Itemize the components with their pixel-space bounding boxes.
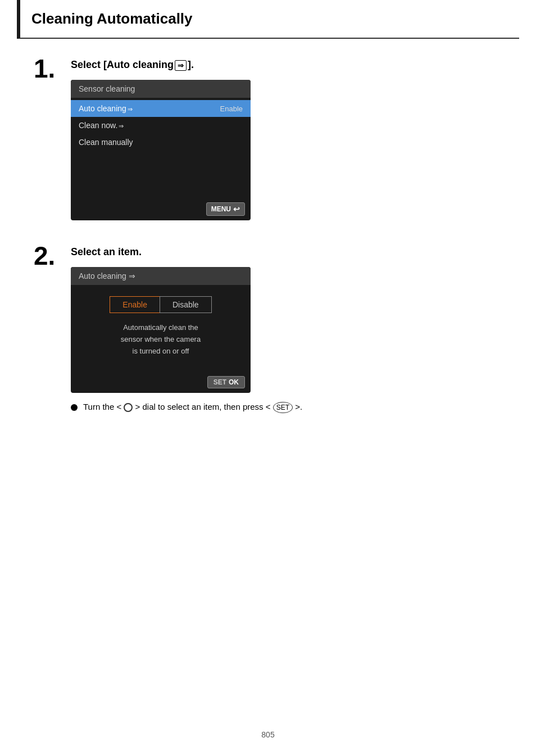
step-2: 2. Select an item. Auto cleaning ⇒ Enabl…: [34, 243, 502, 413]
screen-1-footer: MENU ↩: [71, 198, 251, 220]
menu-item-auto-cleaning-label: Auto cleaning⇒: [79, 104, 133, 113]
step-1-title-suffix: ].: [188, 59, 194, 70]
screen-2-body: Enable Disable Automatically clean the s…: [71, 285, 251, 372]
screen-2-header: Auto cleaning ⇒: [71, 267, 251, 285]
bullet-note: Turn the < > dial to select an item, the…: [71, 402, 502, 413]
menu-back-icon: ↩: [233, 205, 240, 214]
bullet-icon: [71, 404, 78, 411]
ok-label: OK: [229, 378, 239, 386]
menu-button[interactable]: MENU ↩: [206, 202, 245, 216]
menu-btn-label: MENU: [211, 205, 231, 213]
step-2-screen: Auto cleaning ⇒ Enable Disable Automatic…: [71, 267, 251, 393]
screen-2-description: Automatically clean the sensor when the …: [121, 322, 201, 357]
option-buttons: Enable Disable: [110, 296, 211, 313]
page-header: Cleaning Automatically: [17, 0, 519, 39]
menu-item-empty-1: [71, 151, 251, 168]
main-content: 1. Select [Auto cleaning⇒]. Sensor clean…: [0, 56, 536, 413]
set-label: SET: [214, 378, 226, 386]
menu-item-empty-2: [71, 168, 251, 184]
step-1: 1. Select [Auto cleaning⇒]. Sensor clean…: [34, 56, 502, 220]
screen-2-header-icon: ⇒: [129, 271, 135, 280]
desc-line-1: Automatically clean the: [123, 323, 198, 332]
menu-item-clean-manually[interactable]: Clean manually: [71, 134, 251, 151]
screen-2-footer: SET OK: [71, 372, 251, 393]
step-1-title: Select [Auto cleaning⇒].: [71, 59, 502, 71]
sync-icon-title: ⇒: [175, 60, 187, 71]
menu-item-auto-cleaning-value: Enable: [220, 105, 243, 113]
step-1-content: Select [Auto cleaning⇒]. Sensor cleaning…: [71, 56, 502, 220]
menu-item-clean-manually-label: Clean manually: [79, 138, 133, 147]
step-2-title: Select an item.: [71, 246, 502, 258]
enable-button[interactable]: Enable: [110, 296, 160, 313]
disable-button[interactable]: Disable: [160, 296, 212, 313]
set-button-icon: SET: [273, 402, 293, 413]
auto-cleaning-icon: ⇒: [128, 106, 133, 112]
screen-1-menu: Auto cleaning⇒ Enable Clean now.⇒ Clean …: [71, 98, 251, 187]
screen-2-header-label: Auto cleaning: [79, 271, 126, 280]
set-ok-button[interactable]: SET OK: [207, 376, 245, 388]
clean-now-icon: ⇒: [119, 123, 124, 129]
desc-line-3: is turned on or off: [133, 347, 189, 355]
step-1-title-prefix: Select [Auto cleaning: [71, 59, 174, 70]
menu-item-clean-now-label: Clean now.⇒: [79, 121, 124, 130]
dial-icon: [124, 403, 133, 412]
page-title: Cleaning Automatically: [31, 10, 508, 28]
step-2-number: 2.: [34, 243, 62, 269]
note-text: Turn the < > dial to select an item, the…: [83, 402, 302, 413]
page-number: 805: [0, 730, 536, 739]
step-1-number: 1.: [34, 56, 62, 82]
desc-line-2: sensor when the camera: [121, 335, 201, 343]
step-2-content: Select an item. Auto cleaning ⇒ Enable D…: [71, 243, 502, 413]
menu-item-auto-cleaning[interactable]: Auto cleaning⇒ Enable: [71, 100, 251, 117]
screen-1-header: Sensor cleaning: [71, 80, 251, 98]
step-1-screen: Sensor cleaning Auto cleaning⇒ Enable Cl…: [71, 80, 251, 220]
menu-item-clean-now[interactable]: Clean now.⇒: [71, 117, 251, 134]
